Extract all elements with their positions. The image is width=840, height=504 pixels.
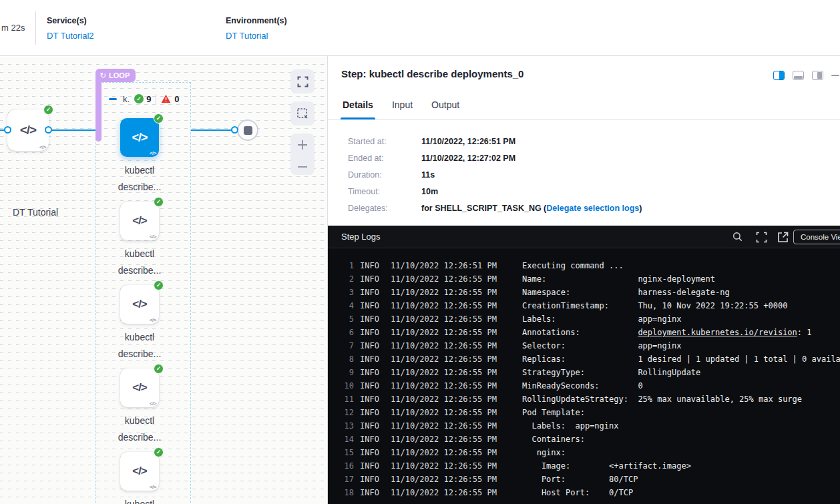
layout-right-view-icon[interactable] [812,71,823,80]
edge-start-to-loop [49,130,96,131]
code-icon: </> [132,381,147,395]
connector-dot-right[interactable] [45,126,52,134]
canvas-select-button[interactable] [290,101,314,125]
node-label: DT Tutorial [0,207,77,218]
log-line-number: 11 [338,395,354,404]
log-line: 14INFO11/10/2022 12:26:55 PM Containers: [338,433,840,446]
log-timestamp: 11/10/2022 12:26:55 PM [391,341,500,350]
log-level: INFO [360,301,385,310]
minimize-icon[interactable] [831,75,839,76]
log-timestamp: 11/10/2022 12:26:51 PM [391,261,500,270]
node-label: kubectldescribe... [96,246,183,279]
pipeline-node-kubectl-describe[interactable]: ✓</></> [120,118,159,157]
mini-code-icon: </> [39,144,46,150]
console-log-output[interactable]: 1INFO11/10/2022 12:26:51 PMExecuting com… [328,248,840,504]
log-timestamp: 11/10/2022 12:26:55 PM [391,354,500,364]
loop-badge[interactable]: ↻ LOOP [95,69,136,82]
detail-value: 11/10/2022, 12:26:51 PM [421,137,515,146]
log-message: Executing command ... [522,261,624,270]
connector-dot-end[interactable] [231,126,238,134]
log-level: INFO [360,341,385,350]
log-timestamp: 11/10/2022 12:26:55 PM [391,488,500,497]
collapse-icon[interactable] [109,98,117,100]
zoom-out-icon[interactable] [297,165,308,169]
log-line-number: 1 [338,261,354,270]
detail-row: Timeout:10m [348,187,840,196]
log-message: Image: <+artifact.image> [522,461,691,471]
log-line-number: 4 [338,301,354,310]
canvas-zoom-control[interactable] [290,134,314,175]
delegate-selection-logs-link[interactable]: Delegate selection logs [546,204,639,213]
environment-link[interactable]: DT Tutorial [226,31,268,41]
log-message: Labels: app=nginx [522,421,619,431]
detail-row: Duration:11s [348,170,840,180]
node-label: kubectldescribe... [96,413,183,446]
success-check-icon: ✓ [43,105,53,115]
code-icon: </> [132,465,147,478]
log-line: 2INFO11/10/2022 12:26:55 PMName: nginx-d… [338,272,840,286]
topbar-divider [35,11,36,45]
log-level: INFO [360,261,385,270]
pipeline-node-wrapper: ✓</></>kubectldescribe... [120,368,159,407]
log-line: 6INFO11/10/2022 12:26:55 PMAnnotations: … [338,326,840,339]
log-timestamp: 11/10/2022 12:26:55 PM [391,395,500,404]
service-link[interactable]: DT Tutorial2 [47,31,94,41]
tab-output[interactable]: Output [431,97,459,119]
panel-layout-controls [773,71,839,80]
stage-name: k. [123,94,130,104]
step-logs-header: Step Logs Console View [328,226,840,248]
tab-details[interactable]: Details [343,97,373,119]
log-annotation-link[interactable]: deployment.kubernetes.io/revision [638,328,797,337]
pipeline-node-kubectl-describe[interactable]: ✓</></> [120,285,159,324]
log-message: nginx: [522,448,566,457]
node-dt-tutorial[interactable]: ✓ </> </> DT Tutorial [7,109,49,151]
log-level: INFO [360,328,385,337]
mini-code-icon: </> [150,150,156,156]
step-title: Step: kubectl describe deployments_0 [341,68,523,79]
mini-code-icon: </> [150,234,156,240]
search-icon[interactable] [732,232,743,242]
edge-loop-to-end [191,130,235,131]
log-level: INFO [360,408,385,417]
detail-value: 11/10/2022, 12:27:02 PM [421,154,515,163]
log-timestamp: 11/10/2022 12:26:55 PM [391,381,500,391]
detail-row: Delegates:for SHELL_SCRIPT_TASK_NG (Dele… [348,204,840,213]
pipeline-node-kubectl-describe[interactable]: ✓</></> [120,452,159,491]
service-block: Service(s) DT Tutorial2 [47,16,94,41]
pipeline-node-kubectl-describe[interactable]: ✓</></> [120,368,159,407]
pipeline-end-node[interactable] [237,119,258,141]
log-message: Namespace: harness-delegate-ng [522,288,730,297]
pipeline-node-wrapper: ✓</></>kubectldescribe... [120,202,159,240]
log-message: Labels: app=nginx [522,314,681,324]
layout-bottom-view-icon[interactable] [793,71,804,80]
log-message: CreationTimestamp: Thu, 10 Nov 2022 19:2… [522,301,787,310]
zoom-in-icon[interactable] [297,140,308,150]
connector-dot-left[interactable] [4,126,11,134]
log-line: 5INFO11/10/2022 12:26:55 PMLabels: app=n… [338,312,840,326]
log-message: Pod Template: [522,408,585,417]
canvas-fullscreen-button[interactable] [290,69,314,93]
pipeline-graph-canvas[interactable]: ✓ </> </> DT Tutorial ↻ LOOP k. ✓ 9 0 ✓<… [0,57,327,504]
detail-label: Delegates: [348,204,421,213]
fullscreen-icon [297,76,308,87]
detail-label: Timeout: [348,187,421,196]
log-line: 8INFO11/10/2022 12:26:55 PMReplicas: 1 d… [338,352,840,366]
console-view-button[interactable]: Console View [793,230,840,244]
log-level: INFO [360,488,385,497]
open-in-new-icon[interactable] [777,232,789,243]
step-detail-tabs: DetailsInputOutput [328,97,840,119]
log-timestamp: 11/10/2022 12:26:55 PM [391,314,500,324]
log-line: 7INFO11/10/2022 12:26:55 PMSelector: app… [338,339,840,352]
log-level: INFO [360,461,385,471]
log-message: Port: 80/TCP [522,475,638,484]
pipeline-node-kubectl-describe[interactable]: ✓</></> [120,202,159,240]
tab-input[interactable]: Input [392,97,413,119]
environment-label: Environment(s) [226,16,287,25]
log-line: 3INFO11/10/2022 12:26:55 PMNamespace: ha… [338,286,840,299]
log-timestamp: 11/10/2022 12:26:55 PM [391,288,500,297]
layout-split-view-icon[interactable] [773,71,785,80]
logs-fullscreen-icon[interactable] [756,232,767,243]
log-timestamp: 11/10/2022 12:26:55 PM [391,448,500,457]
pipeline-node-wrapper: ✓</></>kubectldescribe... [120,118,159,157]
log-line-number: 13 [338,421,354,431]
